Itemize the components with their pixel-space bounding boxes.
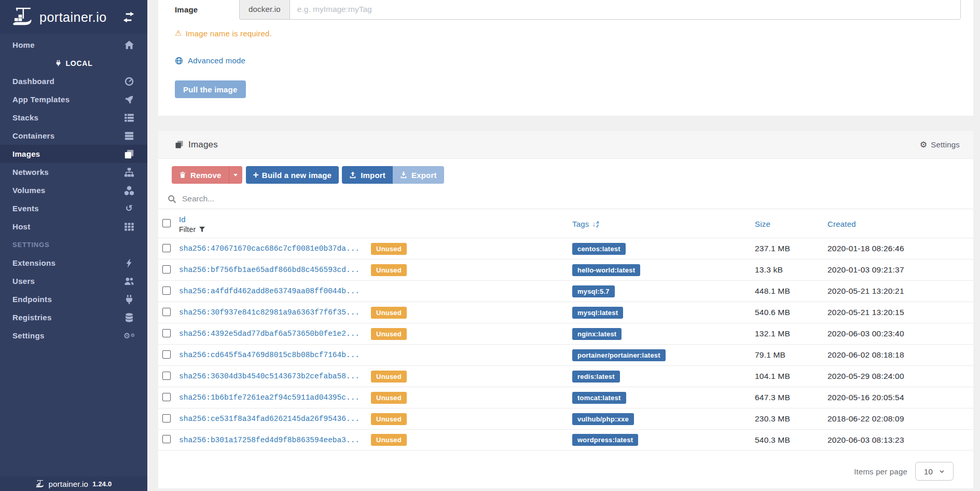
database-icon (124, 313, 134, 322)
plug-icon (124, 295, 134, 304)
image-tag-badge: mysql:5.7 (572, 285, 615, 297)
image-created: 2020-06-03 08:13:23 (827, 435, 967, 445)
sidebar-item-dashboard[interactable]: Dashboard (0, 72, 147, 90)
chevron-down-icon (939, 469, 945, 474)
table-row: sha256:cd645f5a4769d8015c8b08bcf7164b...… (158, 344, 973, 365)
row-checkbox[interactable] (162, 329, 171, 337)
import-button[interactable]: Import (342, 166, 393, 184)
image-id-link[interactable]: sha256:4392e5dad77dbaf6a573650b0fe1e2... (179, 330, 360, 338)
remove-button[interactable]: Remove (172, 166, 229, 184)
image-id-link[interactable]: sha256:30f937e841c82981a9a6363f7f6f35... (179, 308, 360, 317)
sidebar-item-label: Users (12, 277, 124, 285)
image-id-link[interactable]: sha256:bf756fb1ae65adf866bd8c456593cd... (179, 266, 360, 274)
filter-control[interactable]: Filter (179, 225, 205, 234)
row-checkbox[interactable] (162, 265, 171, 274)
pull-image-button[interactable]: Pull the image (175, 80, 246, 98)
sidebar-toggle-icon[interactable] (122, 11, 135, 23)
sidebar-item-label: Events (12, 204, 124, 213)
images-icon (175, 140, 184, 149)
image-size: 540.6 MB (755, 308, 827, 317)
column-header-created[interactable]: Created (827, 220, 856, 228)
sidebar-item-label: Settings (12, 331, 124, 340)
sidebar-item-volumes[interactable]: Volumes (0, 181, 147, 199)
unused-badge: Unused (371, 307, 407, 319)
row-checkbox[interactable] (162, 350, 171, 359)
build-image-button[interactable]: + Build a new image (246, 166, 339, 184)
column-header-id[interactable]: Id (179, 215, 186, 224)
unused-badge: Unused (371, 434, 407, 446)
download-icon (400, 171, 407, 179)
sidebar-item-images[interactable]: Images (0, 145, 147, 163)
remove-dropdown-button[interactable] (229, 166, 242, 184)
image-size: 647.3 MB (755, 393, 827, 402)
table-row: sha256:b301a17258fed4d9f8b863594eeba3...… (158, 429, 973, 451)
sidebar-header: portainer.io (0, 0, 147, 34)
sidebar-item-label: Host (12, 222, 124, 231)
unused-badge: Unused (371, 413, 407, 425)
row-checkbox[interactable] (162, 435, 171, 443)
rocket-icon (124, 95, 134, 104)
image-created: 2020-05-29 08:24:00 (827, 372, 967, 381)
sidebar-item-events[interactable]: Events↺ (0, 199, 147, 217)
search-input[interactable] (182, 194, 960, 203)
sidebar-item-users[interactable]: Users (0, 272, 147, 290)
warning-icon: ⚠ (175, 29, 182, 38)
row-checkbox[interactable] (162, 393, 171, 401)
users-icon (124, 277, 134, 286)
select-all-checkbox[interactable] (162, 219, 171, 227)
image-id-link[interactable]: sha256:1b6b1fe7261ea2f94c5911ad04395c... (179, 393, 360, 402)
images-table-body: sha256:470671670cac686c7cf0081e0b37da...… (158, 238, 973, 451)
advanced-mode-link[interactable]: Advanced mode (175, 56, 245, 65)
image-id-link[interactable]: sha256:470671670cac686c7cf0081e0b37da... (179, 244, 360, 253)
row-checkbox[interactable] (162, 414, 171, 422)
image-id-link[interactable]: sha256:36304d3b4540c5143673b2cefaba58... (179, 372, 360, 380)
sidebar-item-label: Home (12, 40, 124, 49)
server-icon (124, 131, 134, 141)
main-content: Image docker.io ⚠ Image name is required… (147, 0, 980, 491)
image-tag-badge: centos:latest (572, 243, 626, 255)
sidebar-endpoint-header: LOCAL (0, 54, 147, 72)
sidebar-item-app-templates[interactable]: App Templates (0, 90, 147, 108)
sidebar-item-stacks[interactable]: Stacks (0, 108, 147, 127)
table-row: sha256:bf756fb1ae65adf866bd8c456593cd...… (158, 259, 973, 280)
sidebar-menu: HomeLOCALDashboardApp TemplatesStacksCon… (0, 34, 147, 345)
dashboard-icon (124, 77, 134, 86)
column-header-tags[interactable]: Tags ↓AZ (572, 220, 599, 228)
sidebar-item-settings[interactable]: Settings⚙⚙ (0, 326, 147, 345)
image-id-link[interactable]: sha256:b301a17258fed4d9f8b863594eeba3... (179, 436, 360, 444)
pagination-bar: Items per page 10 (158, 457, 973, 488)
image-created: 2020-01-03 09:21:37 (827, 265, 967, 275)
image-created: 2020-05-21 13:20:15 (827, 308, 967, 317)
sidebar-item-extensions[interactable]: Extensions (0, 254, 147, 272)
sidebar-item-host[interactable]: Host (0, 217, 147, 236)
row-checkbox[interactable] (162, 287, 171, 295)
image-id-link[interactable]: sha256:ce531f8a34fad6262145da26f95436... (179, 415, 360, 423)
image-created: 2020-05-16 20:05:54 (827, 393, 967, 402)
image-id-link[interactable]: sha256:a4fdfd462add8e63749aa08ff0044b... (179, 287, 360, 295)
row-checkbox[interactable] (162, 372, 171, 380)
sidebar-item-endpoints[interactable]: Endpoints (0, 290, 147, 308)
image-size: 132.1 MB (755, 329, 827, 338)
row-checkbox[interactable] (162, 244, 171, 252)
sidebar-item-registries[interactable]: Registries (0, 308, 147, 326)
history-icon: ↺ (124, 204, 134, 213)
export-button[interactable]: Export (393, 166, 444, 184)
sidebar-item-home[interactable]: Home (0, 36, 147, 54)
image-tag-badge: tomcat:latest (572, 392, 626, 404)
image-name-input[interactable] (289, 0, 961, 20)
image-tag-badge: mysql:latest (572, 307, 623, 319)
image-tag-badge: portainer/portainer:latest (572, 349, 666, 361)
panel-settings-link[interactable]: ⚙ Settings (920, 140, 960, 149)
sidebar-item-label: Stacks (12, 113, 124, 122)
column-header-size[interactable]: Size (755, 220, 770, 228)
items-per-page-select[interactable]: 10 (915, 462, 954, 481)
sidebar-item-label: Extensions (12, 258, 124, 267)
row-checkbox[interactable] (162, 308, 171, 316)
image-id-link[interactable]: sha256:cd645f5a4769d8015c8b08bcf7164b... (179, 351, 360, 359)
sidebar-item-networks[interactable]: Networks (0, 163, 147, 181)
images-panel: Images ⚙ Settings Remove + Build a new i… (158, 131, 973, 488)
unused-badge: Unused (371, 371, 407, 383)
table-row: sha256:ce531f8a34fad6262145da26f95436...… (158, 408, 973, 429)
image-tag-badge: nginx:latest (572, 328, 622, 340)
sidebar-item-containers[interactable]: Containers (0, 127, 147, 145)
